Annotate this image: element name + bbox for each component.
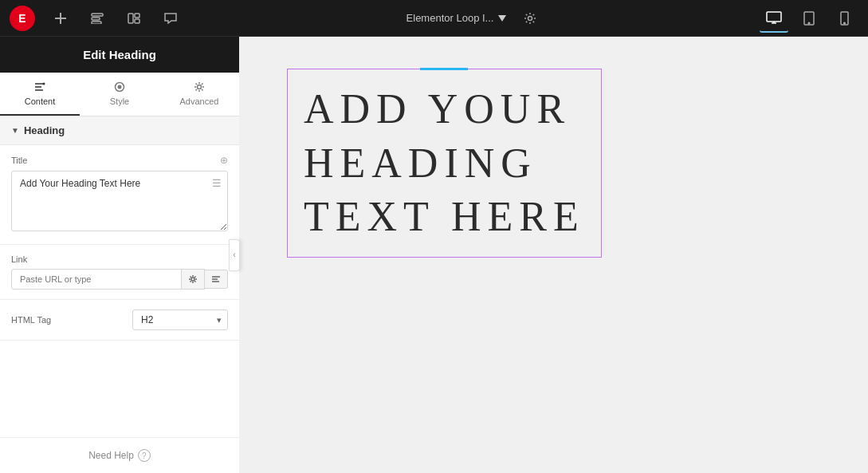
- tablet-view-button[interactable]: [795, 4, 823, 33]
- canvas-content: ADD YOURHEADINGTEXT HERE: [239, 37, 868, 290]
- panel-header: Edit Heading: [0, 37, 239, 73]
- svg-point-12: [43, 83, 45, 85]
- settings-button[interactable]: [519, 7, 541, 30]
- style-icon: [113, 81, 126, 93]
- content-tab-label: Content: [25, 97, 56, 106]
- tab-advanced[interactable]: Advanced: [159, 73, 239, 116]
- top-bar-right: [760, 4, 858, 33]
- svg-rect-2: [92, 22, 101, 24]
- html-tag-row: HTML Tag H1 H2 H3 H4 H5 H6 div span p: [0, 300, 239, 341]
- top-bar-center: Elementor Loop I...: [400, 7, 542, 30]
- finder-button[interactable]: [86, 7, 108, 30]
- html-tag-label: HTML Tag: [11, 315, 51, 325]
- section-arrow: ▼: [11, 126, 19, 135]
- desktop-view-button[interactable]: [760, 4, 788, 33]
- svg-rect-5: [135, 19, 139, 23]
- panel-footer: Need Help ?: [0, 437, 239, 473]
- title-field-label-row: Title ⊕: [11, 155, 228, 166]
- svg-rect-3: [128, 14, 133, 23]
- tab-content[interactable]: Content: [0, 73, 80, 116]
- svg-point-16: [191, 278, 194, 281]
- svg-rect-4: [135, 14, 139, 18]
- svg-rect-0: [92, 14, 103, 16]
- advanced-icon: [193, 81, 206, 93]
- content-icon: [33, 81, 46, 93]
- need-help-label: Need Help: [88, 450, 134, 461]
- link-field-label-row: Link: [11, 254, 228, 264]
- html-tag-select[interactable]: H1 H2 H3 H4 H5 H6 div span p: [132, 309, 228, 330]
- collapse-panel-button[interactable]: ‹: [229, 239, 240, 271]
- heading-display-text: ADD YOURHEADINGTEXT HERE: [304, 82, 585, 244]
- canvas-area: ADD YOURHEADINGTEXT HERE: [239, 37, 868, 473]
- need-help-row: Need Help ?: [11, 449, 228, 462]
- svg-point-9: [808, 22, 810, 24]
- html-tag-select-wrapper: H1 H2 H3 H4 H5 H6 div span p: [132, 309, 228, 330]
- top-bar: E Elementor Loop I...: [0, 0, 868, 37]
- svg-point-11: [843, 22, 845, 24]
- panel-body: ▼ Heading Title ⊕ ☰ Link: [0, 116, 239, 437]
- tab-style[interactable]: Style: [80, 73, 159, 116]
- settings-small-icon: [188, 274, 198, 284]
- svg-point-15: [198, 85, 202, 89]
- elementor-logo[interactable]: E: [10, 6, 35, 31]
- link-options-button[interactable]: [205, 270, 228, 289]
- style-tab-label: Style: [110, 97, 129, 106]
- svg-rect-1: [92, 18, 100, 20]
- title-textarea[interactable]: [11, 171, 228, 231]
- mobile-view-button[interactable]: [830, 4, 858, 33]
- link-field-group: Link: [0, 245, 239, 300]
- title-textarea-wrapper: ☰: [11, 171, 228, 235]
- add-element-button[interactable]: [49, 7, 72, 30]
- panel-title: Edit Heading: [83, 48, 156, 61]
- heading-widget[interactable]: ADD YOURHEADINGTEXT HERE: [287, 69, 602, 258]
- svg-point-6: [528, 16, 532, 20]
- top-bar-left: E: [10, 6, 182, 31]
- link-settings-button[interactable]: [182, 269, 205, 290]
- link-label: Link: [11, 254, 27, 264]
- help-icon[interactable]: ?: [138, 449, 151, 462]
- list-icon: [211, 275, 221, 283]
- link-input-wrapper: [11, 269, 228, 290]
- comments-button[interactable]: [159, 7, 182, 30]
- link-input[interactable]: [11, 269, 182, 290]
- main-layout: Edit Heading Content Style Advanced ▼ He…: [0, 37, 868, 473]
- title-field-group: Title ⊕ ☰: [0, 145, 239, 245]
- svg-rect-7: [767, 12, 781, 22]
- svg-point-14: [118, 85, 122, 89]
- structure-button[interactable]: [123, 7, 145, 30]
- site-name-button[interactable]: Elementor Loop I...: [400, 9, 513, 27]
- title-label: Title: [11, 156, 27, 165]
- site-name-label: Elementor Loop I...: [407, 12, 494, 24]
- panel-tabs: Content Style Advanced: [0, 73, 239, 116]
- advanced-tab-label: Advanced: [180, 97, 219, 106]
- text-format-icon[interactable]: ☰: [212, 177, 222, 189]
- left-panel: Edit Heading Content Style Advanced ▼ He…: [0, 37, 239, 473]
- dynamic-tags-icon[interactable]: ⊕: [220, 155, 228, 166]
- heading-section-header[interactable]: ▼ Heading: [0, 116, 239, 145]
- section-heading-label: Heading: [24, 124, 65, 136]
